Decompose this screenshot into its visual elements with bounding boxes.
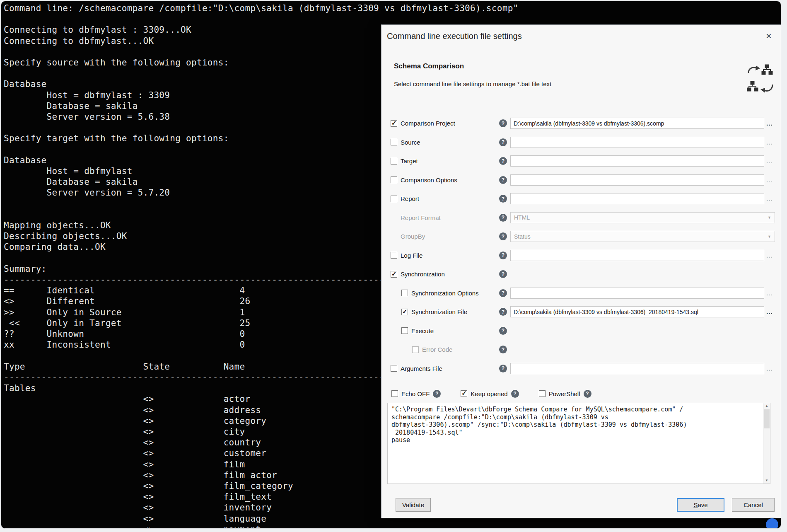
option-label: Echo OFF [401, 390, 430, 397]
row-left: Report Format [391, 214, 499, 221]
row-left: Target [391, 157, 499, 164]
browse-button[interactable]: ... [764, 139, 775, 146]
row-left: Comparison Project [391, 120, 499, 127]
save-button[interactable]: Save [677, 498, 724, 512]
row-label: Report [401, 195, 419, 202]
row-left: Synchronization Options [391, 290, 499, 297]
help-icon[interactable]: ? [499, 214, 507, 222]
row-input[interactable] [510, 250, 764, 261]
help-icon[interactable]: ? [584, 390, 591, 398]
option-checkbox[interactable] [391, 390, 398, 397]
row-label: Arguments File [401, 365, 442, 372]
row-input[interactable] [510, 288, 764, 299]
chevron-down-icon: ▼ [768, 235, 771, 239]
row-field: ... [510, 250, 775, 261]
row-input[interactable] [510, 174, 764, 186]
row-checkbox[interactable] [391, 139, 397, 145]
help-icon[interactable]: ? [499, 232, 507, 240]
dropdown-value: HTML [514, 214, 530, 221]
settings-row: Comparison Project ? ... [381, 114, 781, 133]
help-icon[interactable]: ? [499, 195, 507, 203]
command-line-settings-dialog: Command line execution file settings × S… [381, 24, 781, 518]
option-checkbox[interactable] [539, 390, 546, 397]
row-left: Comparison Options [391, 177, 499, 184]
browse-button[interactable]: ... [764, 177, 775, 184]
browse-button[interactable]: ... [764, 252, 775, 259]
row-dropdown[interactable]: Status▼ [510, 231, 775, 242]
help-icon[interactable]: ? [499, 119, 507, 127]
row-left: Execute [391, 327, 499, 334]
row-checkbox[interactable] [401, 290, 408, 296]
row-input[interactable] [510, 118, 764, 129]
row-input[interactable] [510, 193, 764, 204]
bat-text[interactable]: "C:\Program Files\Devart\dbForge Schema … [388, 403, 763, 484]
help-icon[interactable]: ? [499, 365, 507, 372]
close-icon[interactable]: × [763, 30, 774, 42]
browse-button[interactable]: ... [764, 195, 775, 202]
scrollbar[interactable]: ▲ ▼ [763, 403, 770, 484]
row-checkbox[interactable] [391, 158, 397, 164]
browse-button[interactable]: ... [764, 365, 775, 372]
row-checkbox[interactable] [412, 346, 419, 353]
settings-row: Arguments File ? ... [381, 359, 781, 378]
row-checkbox[interactable] [391, 196, 397, 202]
row-label: Error Code [422, 346, 452, 353]
row-dropdown[interactable]: HTML▼ [510, 212, 775, 223]
help-icon[interactable]: ? [499, 251, 507, 259]
row-input[interactable] [510, 363, 764, 374]
row-checkbox[interactable] [391, 365, 397, 372]
scroll-up-icon[interactable]: ▲ [765, 404, 768, 408]
help-icon[interactable]: ? [499, 157, 507, 165]
row-input[interactable] [510, 137, 764, 148]
dialog-header: Schema Comparison Select command line fi… [381, 47, 781, 114]
row-checkbox[interactable] [391, 271, 397, 278]
browse-button[interactable]: ... [764, 120, 775, 127]
schema-compare-icon [747, 64, 774, 94]
scroll-thumb[interactable] [764, 409, 770, 428]
help-icon[interactable]: ? [433, 390, 441, 398]
help-icon[interactable]: ? [499, 308, 507, 316]
cancel-button[interactable]: Cancel [732, 498, 775, 512]
notification-badge[interactable] [766, 518, 778, 529]
section-title: Schema Comparison [394, 62, 775, 70]
section-subtitle: Select command line file settings to man… [394, 80, 775, 87]
row-field: ... [510, 118, 775, 129]
help-icon[interactable]: ? [499, 270, 507, 278]
settings-row: Execute ? [381, 322, 781, 341]
row-checkbox[interactable] [401, 309, 408, 315]
browse-button[interactable]: ... [764, 290, 775, 297]
option-group: Keep opened ? [461, 390, 519, 398]
row-field: ... [510, 174, 775, 186]
row-input[interactable] [510, 155, 764, 167]
row-checkbox[interactable] [391, 120, 397, 127]
settings-row: Report Format ? HTML▼ [381, 208, 781, 227]
settings-row: Synchronization ? [381, 265, 781, 284]
row-label: GroupBy [401, 233, 425, 240]
row-input[interactable] [510, 306, 764, 317]
help-icon[interactable]: ? [499, 289, 507, 297]
help-icon[interactable]: ? [499, 346, 507, 353]
row-label: Synchronization [401, 271, 445, 278]
validate-button[interactable]: Validate [396, 498, 431, 512]
help-icon[interactable]: ? [499, 327, 507, 335]
row-label: Comparison Options [401, 177, 457, 184]
help-icon[interactable]: ? [499, 176, 507, 184]
row-checkbox[interactable] [391, 177, 397, 183]
dialog-title: Command line execution file settings [387, 31, 522, 41]
row-field: ... [510, 137, 775, 148]
option-checkbox[interactable] [461, 390, 467, 397]
scroll-down-icon[interactable]: ▼ [765, 479, 768, 483]
help-icon[interactable]: ? [499, 138, 507, 146]
row-left: Source [391, 139, 499, 146]
options-row: Echo OFF ? Keep opened ? PowerShell ? [381, 388, 781, 399]
dialog-titlebar: Command line execution file settings × [381, 25, 781, 47]
row-left: Synchronization File [391, 308, 499, 315]
row-field: ... [510, 288, 775, 299]
row-checkbox[interactable] [391, 252, 397, 259]
browse-button[interactable]: ... [764, 308, 775, 315]
row-left: Error Code [391, 346, 499, 353]
browse-button[interactable]: ... [764, 157, 775, 164]
row-left: GroupBy [391, 233, 499, 240]
row-checkbox[interactable] [401, 327, 408, 334]
help-icon[interactable]: ? [511, 390, 519, 398]
